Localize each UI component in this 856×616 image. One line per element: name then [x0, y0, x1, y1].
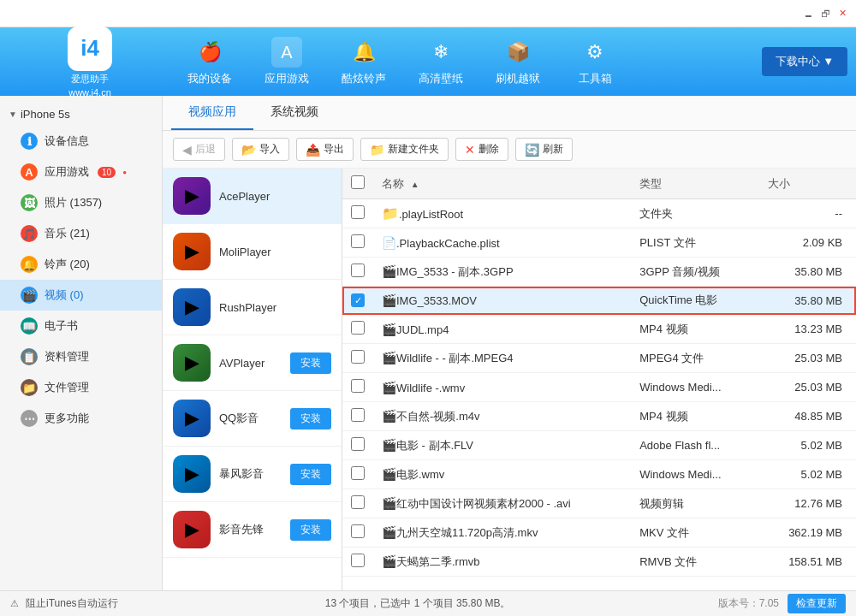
stop-itunes-label[interactable]: 阻止iTunes自动运行: [26, 596, 118, 611]
file-checkbox-checked[interactable]: ✓: [351, 293, 365, 307]
delete-btn[interactable]: ✕ 删除: [455, 138, 508, 161]
app-item-rushplayer[interactable]: ▶ RushPlayer: [163, 280, 342, 335]
tab-system-videos[interactable]: 系统视频: [253, 96, 336, 130]
refresh-btn[interactable]: 🔄 刷新: [515, 138, 573, 161]
file-checkbox[interactable]: [351, 466, 365, 480]
video-file-icon: 🎬: [382, 293, 396, 307]
col-header-size[interactable]: 大小: [759, 169, 856, 199]
logo-text: 爱思助手: [71, 73, 109, 86]
sidebar-item-ebooks[interactable]: 📖 电子书: [0, 311, 162, 341]
sidebar-item-ringtones[interactable]: 🔔 铃声 (20): [0, 249, 162, 280]
sidebar-label-ebooks: 电子书: [45, 318, 78, 334]
select-all-checkbox[interactable]: [351, 175, 365, 189]
app-item-yingyin[interactable]: ▶ 影音先锋 安装: [163, 502, 342, 558]
import-icon: 📂: [241, 143, 256, 157]
nav-item-ringtones[interactable]: 🔔 酷炫铃声: [325, 27, 402, 96]
table-row[interactable]: 🎬电影.wmv Windows Medi... 5.02 MB: [342, 460, 856, 489]
file-checkbox[interactable]: [351, 379, 365, 393]
file-checkbox[interactable]: [351, 554, 365, 567]
file-size: 13.23 MB: [794, 323, 842, 335]
tab-video-apps[interactable]: 视频应用: [171, 96, 253, 130]
device-icon: 🍎: [194, 37, 225, 68]
sidebar-item-music[interactable]: 🎵 音乐 (21): [0, 218, 162, 249]
file-checkbox[interactable]: [351, 408, 365, 422]
nav-item-toolbox[interactable]: ⚙ 工具箱: [556, 27, 633, 96]
sidebar-label-music: 音乐 (21): [45, 226, 90, 241]
sidebar-item-device-info[interactable]: ℹ 设备信息: [0, 126, 162, 157]
logo-area: i4 爱思助手 www.i4.cn: [9, 27, 171, 98]
nav-toolbox-label: 工具箱: [579, 71, 612, 86]
bofeng-install-btn[interactable]: 安装: [290, 464, 331, 485]
qqvideo-install-btn[interactable]: 安装: [290, 408, 331, 429]
sidebar-item-file-mgr[interactable]: 📁 文件管理: [0, 372, 162, 403]
table-row[interactable]: 🎬IMG_3533 - 副本.3GPP 3GPP 音频/视频 35.80 MB: [342, 258, 856, 287]
file-type: PLIST 文件: [639, 236, 696, 249]
yingyin-install-btn[interactable]: 安装: [290, 519, 331, 541]
file-checkbox[interactable]: [351, 524, 365, 538]
export-btn[interactable]: 📤 导出: [296, 138, 354, 161]
app-item-avplayer[interactable]: ▶ AVPlayer 安装: [163, 335, 342, 391]
file-checkbox[interactable]: [351, 495, 365, 509]
check-update-btn[interactable]: 检查更新: [788, 594, 846, 613]
close-btn[interactable]: ✕: [835, 7, 849, 21]
video-file-icon: 🎬: [382, 381, 396, 394]
sidebar-label-data-mgr: 资料管理: [45, 349, 89, 364]
download-center-btn[interactable]: 下载中心 ▼: [762, 47, 847, 76]
sidebar-item-photos[interactable]: 🖼 照片 (1357): [0, 187, 162, 218]
col-header-type[interactable]: 类型: [631, 169, 759, 199]
file-checkbox[interactable]: [351, 205, 365, 219]
table-row[interactable]: 🎬九州天空城11.720p高清.mkv MKV 文件 362.19 MB: [342, 518, 856, 548]
file-checkbox[interactable]: [351, 350, 365, 364]
video-file-icon: 🎬: [382, 323, 396, 336]
file-name: JUDL.mp4: [396, 323, 449, 336]
table-row[interactable]: 🎬红动中国设计网视频素材2000 - .avi 视频剪辑 12.76 MB: [342, 489, 856, 518]
table-row[interactable]: ✓ 🎬IMG_3533.MOV QuickTime 电影 35.80 MB: [342, 287, 856, 315]
file-type: Adobe Flash fl...: [639, 439, 720, 452]
import-btn[interactable]: 📂 导入: [232, 138, 289, 161]
table-row[interactable]: 🎬不自然-视频.m4v MP4 视频 48.85 MB: [342, 402, 856, 431]
table-row[interactable]: 🎬Wildlife -.wmv Windows Medi... 25.03 MB: [342, 373, 856, 402]
file-type: 文件夹: [639, 207, 673, 220]
table-row[interactable]: 📁.playListRoot 文件夹 --: [342, 199, 856, 228]
sidebar-item-more[interactable]: ⋯ 更多功能: [0, 403, 162, 434]
table-row[interactable]: 🎬Wildlife - - 副本.MPEG4 MPEG4 文件 25.03 MB: [342, 344, 856, 373]
sidebar-label-file-mgr: 文件管理: [45, 380, 89, 395]
file-checkbox[interactable]: [351, 264, 365, 277]
sidebar-label-ringtones: 铃声 (20): [45, 257, 90, 272]
file-checkbox[interactable]: [351, 437, 365, 451]
table-row[interactable]: 🎬电影 - 副本.FLV Adobe Flash fl... 5.02 MB: [342, 431, 856, 460]
folder-icon: 📁: [382, 206, 399, 221]
table-row[interactable]: 🎬天蝎第二季.rmvb RMVB 文件 158.51 MB: [342, 548, 856, 577]
nav-item-apps[interactable]: A 应用游戏: [248, 27, 325, 96]
nav-item-jailbreak[interactable]: 📦 刷机越狱: [479, 27, 556, 96]
apps-dot-icon: ●: [122, 169, 127, 176]
avplayer-install-btn[interactable]: 安装: [290, 352, 331, 374]
device-header[interactable]: ▼ iPhone 5s: [0, 103, 162, 126]
sidebar-item-videos[interactable]: 🎬 视频 (0): [0, 280, 162, 311]
col-header-name[interactable]: 名称 ▲: [373, 169, 631, 199]
file-checkbox[interactable]: [351, 321, 365, 335]
back-btn[interactable]: ◀ 后退: [173, 138, 225, 161]
maximize-btn[interactable]: 🗗: [818, 7, 832, 21]
table-row[interactable]: 📄.PlaybackCache.plist PLIST 文件 2.09 KB: [342, 228, 856, 258]
status-bar: ⚠ 阻止iTunes自动运行 13 个项目，已选中 1 个项目 35.80 MB…: [0, 590, 856, 616]
table-row[interactable]: 🎬JUDL.mp4 MP4 视频 13.23 MB: [342, 315, 856, 344]
new-folder-btn[interactable]: 📁 新建文件夹: [360, 138, 449, 161]
split-view: ▶ AcePlayer ▶ MoliPlayer ▶ RushPlayer ▶ …: [163, 169, 856, 590]
file-checkbox[interactable]: [351, 234, 365, 248]
toolbar: ◀ 后退 📂 导入 📤 导出 📁 新建文件夹 ✕ 删除 🔄 刷新: [163, 131, 856, 169]
app-item-moliplayer[interactable]: ▶ MoliPlayer: [163, 224, 342, 280]
file-size: 5.02 MB: [801, 439, 842, 452]
app-item-aceplayer[interactable]: ▶ AcePlayer: [163, 169, 342, 224]
nav-item-wallpapers[interactable]: ❄ 高清壁纸: [402, 27, 479, 96]
sidebar-item-apps[interactable]: A 应用游戏 10 ●: [0, 157, 162, 187]
toolbox-icon: ⚙: [580, 37, 610, 68]
sidebar-label-apps: 应用游戏: [45, 164, 89, 180]
ringtones-icon: 🔔: [348, 37, 379, 68]
minimize-btn[interactable]: 🗕: [801, 7, 815, 21]
sidebar-item-data-mgr[interactable]: 📋 资料管理: [0, 341, 162, 372]
app-item-qqvideo[interactable]: ▶ QQ影音 安装: [163, 391, 342, 447]
device-info-icon: ℹ: [21, 133, 38, 150]
nav-item-device[interactable]: 🍎 我的设备: [171, 27, 248, 96]
app-item-bofeng[interactable]: ▶ 暴风影音 安装: [163, 447, 342, 502]
